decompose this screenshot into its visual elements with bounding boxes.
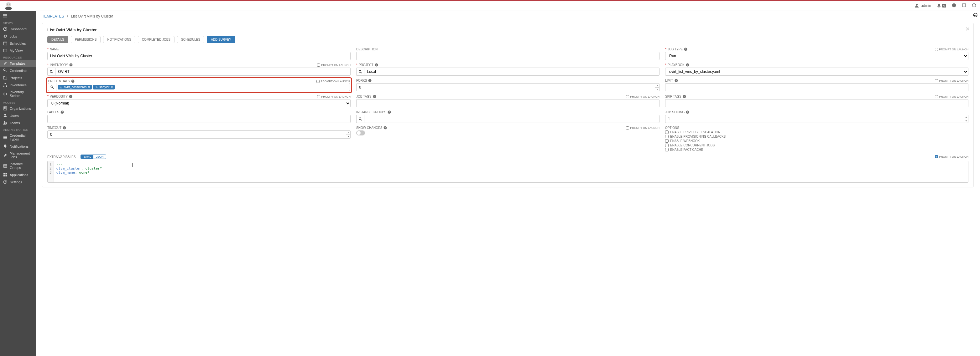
instancegroups-lookup[interactable] (356, 115, 364, 123)
sidebar-item-schedules[interactable]: Schedules (0, 40, 36, 47)
sidebar-item-instance-groups[interactable]: Instance Groups (0, 160, 36, 171)
current-user[interactable]: admin (915, 3, 931, 8)
sidebar-item-jobs[interactable]: Jobs (0, 33, 36, 40)
inventory-field[interactable] (55, 68, 351, 76)
timeout-field[interactable] (47, 130, 346, 139)
panel-close-button[interactable] (966, 27, 970, 32)
credentials-field[interactable]: ovirt_passwords× shayler× (56, 83, 350, 91)
sidebar-item-inventories[interactable]: Inventories (0, 81, 36, 89)
opt-webhook[interactable] (665, 139, 668, 142)
slicing-up[interactable]: ▲ (964, 115, 968, 119)
dashboard-icon (3, 27, 7, 31)
remove-chip[interactable]: × (88, 85, 90, 89)
credentials-lookup[interactable] (48, 83, 56, 91)
prompt-verbosity[interactable] (317, 95, 320, 98)
showchanges-toggle[interactable] (356, 130, 365, 136)
sidebar-item-teams[interactable]: Teams (0, 119, 36, 127)
labels-field[interactable] (47, 115, 351, 123)
sidebar-item-notifications[interactable]: Notifications (0, 142, 36, 150)
sidebar-item-applications[interactable]: Applications (0, 171, 36, 178)
prompt-jobtype[interactable] (935, 48, 938, 51)
playbook-select[interactable]: ovirt_list_vms_by_cluster.yaml (665, 68, 969, 76)
sidebar-item-credential-types[interactable]: Credential Types (0, 132, 36, 142)
help-icon[interactable] (69, 95, 72, 98)
opt-concurrent[interactable] (665, 144, 668, 147)
help-icon[interactable] (69, 63, 73, 66)
prompt-credentials[interactable] (317, 80, 320, 83)
sidebar-item-management-jobs[interactable]: Management Jobs (0, 150, 36, 160)
limit-field[interactable] (665, 83, 969, 91)
tab-details[interactable]: DETAILS (47, 36, 68, 43)
opt-prov-cb[interactable] (665, 135, 668, 138)
sidebar-item-projects[interactable]: Projects (0, 74, 36, 81)
tab-permissions[interactable]: PERMISSIONS (71, 36, 100, 43)
help-icon[interactable] (71, 79, 75, 83)
sidebar-item-myview[interactable]: My View (0, 47, 36, 54)
timeout-up[interactable]: ▲ (346, 131, 350, 135)
extravars-editor[interactable]: 123 --- olvm_cluster: cluster* olvm_name… (47, 161, 969, 183)
instancegroups-field[interactable] (364, 115, 660, 123)
skiptags-field[interactable] (665, 99, 969, 107)
help-icon[interactable] (686, 111, 689, 114)
help-icon[interactable] (368, 79, 372, 82)
sidebar-item-users[interactable]: Users (0, 112, 36, 119)
help-icon[interactable] (675, 79, 678, 82)
project-field[interactable] (364, 68, 660, 76)
slicing-down[interactable]: ▼ (964, 119, 968, 123)
jobtype-select[interactable]: Run (665, 52, 969, 60)
breadcrumb-root[interactable]: TEMPLATES (42, 14, 64, 19)
help-icon[interactable] (684, 47, 687, 51)
forks-up[interactable]: ▲ (655, 84, 659, 88)
help-icon[interactable] (375, 63, 378, 66)
activity-stream-button[interactable] (973, 13, 977, 18)
forks-field[interactable] (356, 83, 655, 91)
sidebar-toggle[interactable] (0, 13, 36, 20)
help-icon[interactable] (60, 111, 64, 114)
jobtags-field[interactable] (356, 99, 660, 107)
prompt-inventory[interactable] (317, 63, 320, 66)
name-field[interactable] (47, 52, 351, 60)
timeout-down[interactable]: ▼ (346, 135, 350, 139)
label-showchanges: SHOW CHANGES (356, 126, 382, 130)
opt-fact-cache[interactable] (665, 148, 668, 152)
help-icon[interactable] (63, 126, 66, 130)
code-content[interactable]: --- olvm_cluster: cluster* olvm_name: oc… (54, 161, 968, 182)
help-icon[interactable] (383, 126, 387, 130)
sync-icon (3, 34, 7, 38)
remove-chip[interactable]: × (111, 85, 113, 89)
notifications-button[interactable]: 0 (937, 3, 946, 8)
tab-completed-jobs[interactable]: COMPLETED JOBS (138, 36, 175, 43)
prompt-extravars[interactable] (935, 155, 938, 158)
extravars-format-toggle[interactable]: YAML JSON (81, 155, 106, 159)
opt-priv-esc[interactable] (665, 130, 668, 134)
sidebar-item-inventory-scripts[interactable]: Inventory Scripts (0, 89, 36, 99)
docs-button[interactable] (962, 3, 966, 8)
about-button[interactable] (952, 3, 956, 8)
verbosity-select[interactable]: 0 (Normal) (47, 99, 351, 107)
prompt-showchanges[interactable] (626, 127, 629, 130)
sidebar-item-credentials[interactable]: Credentials (0, 67, 36, 74)
tab-schedules[interactable]: SCHEDULES (177, 36, 204, 43)
search-icon (50, 70, 53, 73)
forks-down[interactable]: ▼ (655, 88, 659, 91)
help-icon[interactable] (373, 95, 376, 98)
help-icon[interactable] (686, 63, 689, 66)
yaml-pill[interactable]: YAML (81, 155, 93, 158)
jobslicing-field[interactable] (665, 115, 964, 123)
sidebar-item-dashboard[interactable]: Dashboard (0, 25, 36, 33)
help-icon[interactable] (682, 95, 686, 98)
prompt-limit[interactable] (935, 79, 938, 82)
sidebar-item-templates[interactable]: Templates (0, 60, 36, 67)
sidebar-item-settings[interactable]: Settings (0, 178, 36, 185)
help-icon[interactable] (388, 111, 391, 114)
prompt-jobtags[interactable] (626, 95, 629, 98)
json-pill[interactable]: JSON (93, 155, 106, 158)
project-lookup[interactable] (356, 68, 364, 76)
add-survey-button[interactable]: ADD SURVEY (207, 36, 235, 43)
inventory-lookup[interactable] (47, 68, 55, 76)
tab-notifications[interactable]: NOTIFICATIONS (103, 36, 135, 43)
logout-button[interactable] (972, 3, 976, 8)
sidebar-item-organizations[interactable]: Organizations (0, 105, 36, 112)
prompt-skiptags[interactable] (935, 95, 938, 98)
description-field[interactable] (356, 52, 660, 60)
